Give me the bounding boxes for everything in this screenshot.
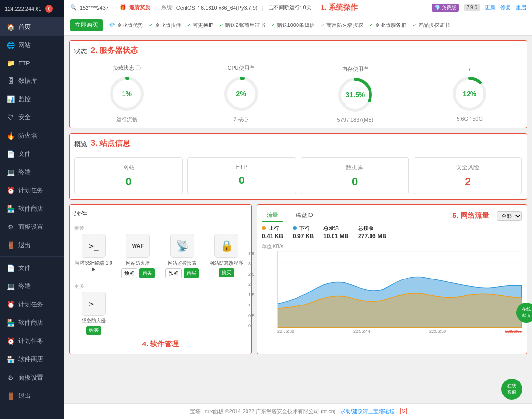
gauge-memory: 内存使用率 31.5% 579 / 1837(MB): [336, 65, 374, 123]
sidebar-item-appstore2[interactable]: 🏪 软件商店: [0, 314, 64, 332]
appstore-icon: 🏪: [7, 205, 14, 213]
software-grid: >_ 宝塔SSH终端 1.0 ▶ WAF 网站防火墙 预览 购买: [74, 234, 247, 278]
topbar-system-label: 系统:: [161, 4, 173, 11]
gauge-load-circle: 1%: [108, 75, 146, 113]
site-card-website[interactable]: 网站 0: [74, 157, 183, 194]
site-card-db[interactable]: 数据库 0: [301, 157, 409, 194]
stat-recv-label: 总接收: [358, 225, 386, 232]
sidebar-item-terminal[interactable]: 💻 终端: [0, 163, 64, 181]
topbar-plan: 💎 免费版: [432, 4, 459, 12]
network-scope-select[interactable]: 全部: [497, 211, 522, 221]
topbar-promo: 🎁 邀请奖励: [120, 4, 150, 11]
topbar-uptime: 已不间断运行: 0天: [268, 4, 311, 11]
cron3-icon: ⏰: [7, 337, 14, 345]
sidebar-item-website[interactable]: 🌐 网站: [0, 36, 64, 54]
topbar-system: 系统: CentOS 7.6.1810 x86_64(Py3.7.9): [161, 4, 258, 11]
footer-text: 宝塔Linux面板 ©2014-2022 广东堡塔安全技术有限公司 (bt.cn…: [190, 408, 335, 414]
sidebar-item-home[interactable]: 🏠 首页: [0, 18, 64, 36]
ent-item-6: ✓商用防火墙授权: [321, 22, 363, 29]
site-card-website-value: 0: [81, 176, 176, 188]
gauge-cpu-value: 2%: [236, 90, 246, 98]
antitamper-purchase-btn[interactable]: 购买: [219, 268, 234, 277]
sidebar-item-label: 软件商店: [18, 204, 43, 213]
antitamper-icon: 🔒: [214, 234, 238, 258]
footer: 宝塔Linux面板 ©2014-2022 广东堡塔安全技术有限公司 (bt.cn…: [64, 403, 532, 419]
tab-traffic[interactable]: 流量: [262, 210, 283, 222]
sidebar-badge: 0: [45, 5, 53, 13]
monitor-buttons: 预览 购买: [165, 268, 199, 278]
check-icon-2: ✓: [149, 22, 153, 28]
sidebar-item-ftp[interactable]: 📁 FTP: [0, 54, 64, 72]
topbar-repair[interactable]: 修复: [500, 4, 511, 11]
site-card-db-label: 数据库: [307, 164, 403, 172]
main-content: 🔍 152****2437 | 🎁 邀请奖励 | 系统: CentOS 7.6.…: [64, 0, 532, 419]
ent-item-3: ✓可更换IP: [187, 22, 213, 29]
tab-diskio[interactable]: 磁盘IO: [291, 210, 318, 222]
sidebar-item-cron3[interactable]: ⏰ 计划任务: [0, 332, 64, 350]
sidebar-item-cron2[interactable]: ⏰ 计划任务: [0, 295, 64, 314]
footer-link[interactable]: 求助/建议请上宝塔论坛: [340, 408, 395, 414]
sidebar-item-appstore[interactable]: 🏪 软件商店: [0, 200, 64, 218]
monitor-preview-btn[interactable]: 预览: [165, 268, 182, 278]
waf-purchase-btn[interactable]: 购买: [139, 268, 155, 278]
site-card-ftp-label: FTP: [194, 164, 289, 170]
check-icon-5: ✓: [271, 22, 275, 28]
bastion-purchase-btn[interactable]: 购买: [86, 326, 101, 335]
bottom-online-service-btn[interactable]: 在线客服: [501, 379, 522, 400]
sidebar-item-label: 终端: [18, 168, 31, 177]
topbar-restart[interactable]: 重启: [516, 4, 526, 11]
ent-item-1: 💎企业版优势: [109, 22, 143, 29]
sidebar-item-database[interactable]: 🗄 数据库: [0, 72, 64, 90]
waf-preview-btn[interactable]: 预览: [121, 268, 137, 278]
enterprise-bar: 立即购买 💎企业版优势 ✓企业版插件 ✓可更换IP ✓赠送2张商用证书 ✓赠送1…: [64, 15, 532, 36]
firewall-icon: 🔥: [7, 132, 14, 140]
chart-wrapper: 在线客服 3.5 3 2.5 2 1.5 1 0.5 0: [262, 251, 522, 328]
sidebar-item-terminal2[interactable]: 💻 终端: [0, 277, 64, 295]
gauge-cpu-label: CPU使用率: [228, 64, 255, 72]
sidebar-item-panel-settings[interactable]: ⚙ 面板设置: [0, 218, 64, 236]
chart-svg: [278, 251, 522, 328]
sidebar-item-files2[interactable]: 📄 文件: [0, 259, 64, 277]
sidebar-item-label: 退出: [18, 392, 31, 400]
sidebar-item-monitor[interactable]: 📊 监控: [0, 90, 64, 108]
sidebar-item-logout2[interactable]: 🚪 退出: [0, 387, 64, 405]
x-label-1: 22:56:38: [277, 329, 294, 334]
stat-sent-value: 10.01 MB: [323, 233, 348, 240]
sidebar-item-files[interactable]: 📄 文件: [0, 145, 64, 163]
x-label-2: 22:56:44: [353, 329, 370, 334]
sidebar-item-logout[interactable]: 🚪 退出: [0, 236, 64, 254]
server-status-title: 2. 服务器状态: [91, 46, 138, 56]
topbar: 🔍 152****2437 | 🎁 邀请奖励 | 系统: CentOS 7.6.…: [64, 0, 532, 15]
sidebar-item-security[interactable]: 🛡 安全: [0, 108, 64, 127]
software-more-label: 更多: [74, 283, 247, 290]
topbar-update[interactable]: 更新: [485, 4, 495, 11]
ftp-icon: 📁: [7, 59, 14, 67]
site-card-risk[interactable]: 安全风险 2: [414, 157, 522, 194]
topbar-user-section: 🔍 152****2437: [70, 4, 109, 11]
sidebar-header: 124.222.244.61 0: [0, 0, 64, 18]
sidebar-item-label: FTP: [18, 60, 30, 67]
gauge-cpu-sub: 2 核心: [234, 116, 248, 123]
stat-upload-label: 上行: [262, 225, 283, 232]
sidebar-item-settings2[interactable]: ⚙ 面板设置: [0, 368, 64, 387]
sidebar-item-appstore3[interactable]: 🏪 软件商店: [0, 350, 64, 368]
site-card-ftp[interactable]: FTP 0: [187, 157, 296, 194]
sidebar-item-cron[interactable]: ⏰ 计划任务: [0, 181, 64, 200]
server-status-section: 状态 2. 服务器状态 负载状态 ⓘ 1%: [69, 40, 527, 128]
topbar-section-label: 1. 系统操作: [321, 3, 358, 12]
site-card-risk-value: 2: [420, 176, 516, 188]
software-item-ssh: >_ 宝塔SSH终端 1.0 ▶: [74, 234, 113, 278]
topbar-version: 7.9.0: [464, 4, 480, 11]
site-card-risk-label: 安全风险: [420, 164, 516, 172]
sidebar-item-firewall[interactable]: 🔥 防火墙: [0, 127, 64, 145]
sidebar-item-label: 监控: [18, 95, 31, 103]
overview-label: 概览: [74, 140, 87, 149]
waf-buttons: 预览 购买: [121, 268, 155, 278]
monitor-purchase-btn[interactable]: 购买: [184, 268, 199, 278]
sidebar-item-label: 退出: [18, 241, 31, 250]
chart-area: 在线客服: [277, 251, 522, 328]
software-item-bastion: >_ 堡垒防入侵 购买: [74, 292, 113, 335]
check-icon-8: ✓: [412, 22, 417, 28]
buy-button[interactable]: 立即购买: [70, 19, 103, 31]
bastion-icon: >_: [82, 292, 106, 316]
